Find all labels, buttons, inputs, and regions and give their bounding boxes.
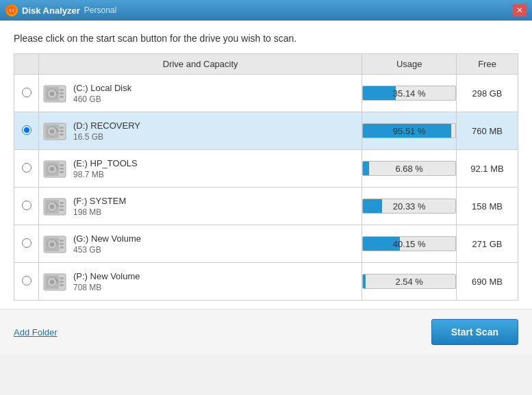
usage-label-p: 2.54 % bbox=[363, 275, 455, 289]
free-space-g: 271 GB bbox=[457, 225, 518, 263]
svg-rect-28 bbox=[60, 171, 64, 173]
svg-point-24 bbox=[51, 168, 53, 170]
svg-rect-18 bbox=[60, 130, 64, 132]
drive-table: Drive and Capacity Usage Free (C:) Local… bbox=[14, 53, 518, 301]
svg-rect-37 bbox=[60, 209, 64, 211]
start-scan-button[interactable]: Start Scan bbox=[431, 319, 518, 345]
svg-rect-36 bbox=[60, 205, 64, 207]
usage-label-e: 6.68 % bbox=[363, 162, 455, 176]
add-folder-button[interactable]: Add Folder bbox=[14, 327, 58, 337]
usage-cell-c: 35.14 % bbox=[362, 75, 457, 112]
drive-icon-c bbox=[42, 80, 68, 106]
col-header-drive: Drive and Capacity bbox=[39, 54, 362, 75]
svg-rect-55 bbox=[60, 284, 64, 286]
drive-name-g: (G:) New Volume bbox=[73, 233, 141, 244]
svg-rect-53 bbox=[60, 277, 64, 279]
table-row[interactable]: (C:) Local Disk460 GB35.14 %298 GB bbox=[14, 75, 518, 112]
drive-radio-d[interactable] bbox=[22, 125, 31, 135]
svg-point-42 bbox=[51, 244, 53, 245]
svg-point-33 bbox=[51, 206, 53, 207]
usage-cell-d: 95.51 % bbox=[362, 112, 457, 150]
table-row[interactable]: (F:) SYSTEM198 MB20.33 %158 MB bbox=[14, 188, 518, 225]
free-space-p: 690 MB bbox=[457, 263, 518, 301]
usage-label-g: 40.15 % bbox=[363, 237, 455, 251]
svg-rect-46 bbox=[60, 246, 64, 249]
svg-point-51 bbox=[51, 281, 53, 283]
app-title: Disk Analyzer bbox=[22, 5, 80, 16]
drive-size-g: 453 GB bbox=[73, 245, 141, 255]
usage-label-d: 95.51 % bbox=[363, 124, 455, 138]
drive-size-d: 16.5 GB bbox=[73, 132, 140, 142]
svg-rect-17 bbox=[60, 127, 64, 129]
drive-size-f: 198 MB bbox=[73, 207, 126, 217]
svg-point-6 bbox=[51, 93, 53, 94]
drive-icon-g bbox=[42, 231, 68, 257]
app-subtitle: Personal bbox=[84, 5, 116, 15]
drive-radio-g[interactable] bbox=[22, 238, 31, 248]
svg-rect-26 bbox=[60, 164, 64, 166]
app-icon bbox=[5, 4, 18, 16]
main-content: Please click on the start scan button fo… bbox=[0, 21, 532, 309]
footer: Add Folder Start Scan bbox=[0, 309, 532, 355]
free-space-e: 92.1 MB bbox=[457, 150, 518, 188]
table-row[interactable]: (G:) New Volume453 GB40.15 %271 GB bbox=[14, 225, 518, 263]
svg-rect-8 bbox=[60, 89, 64, 91]
drive-icon-f bbox=[42, 193, 68, 219]
svg-rect-44 bbox=[60, 240, 64, 242]
svg-rect-9 bbox=[60, 92, 64, 94]
drive-radio-f[interactable] bbox=[22, 201, 31, 210]
title-bar: Disk Analyzer Personal ✕ bbox=[0, 0, 532, 21]
usage-label-f: 20.33 % bbox=[363, 199, 455, 214]
col-header-usage: Usage bbox=[362, 54, 457, 75]
svg-rect-45 bbox=[60, 243, 64, 245]
table-row[interactable]: (E:) HP_TOOLS98.7 MB6.68 %92.1 MB bbox=[14, 150, 518, 188]
drive-name-d: (D:) RECOVERY bbox=[73, 120, 140, 131]
drive-radio-e[interactable] bbox=[22, 163, 31, 173]
drive-name-e: (E:) HP_TOOLS bbox=[73, 158, 138, 168]
svg-rect-19 bbox=[60, 133, 64, 136]
drive-size-c: 460 GB bbox=[73, 94, 131, 104]
usage-cell-f: 20.33 % bbox=[362, 188, 457, 225]
drive-name-p: (P:) New Volume bbox=[73, 271, 140, 281]
usage-cell-e: 6.68 % bbox=[362, 150, 457, 188]
col-header-free: Free bbox=[457, 54, 518, 75]
usage-cell-p: 2.54 % bbox=[362, 263, 457, 301]
drive-size-e: 98.7 MB bbox=[73, 170, 138, 179]
drive-name-c: (C:) Local Disk bbox=[73, 83, 131, 93]
instruction-text: Please click on the start scan button fo… bbox=[14, 33, 518, 44]
svg-rect-27 bbox=[60, 168, 64, 170]
usage-cell-g: 40.15 % bbox=[362, 225, 457, 263]
drive-name-f: (F:) SYSTEM bbox=[73, 196, 126, 206]
table-row[interactable]: (P:) New Volume708 MB2.54 %690 MB bbox=[14, 263, 518, 301]
table-row[interactable]: (D:) RECOVERY16.5 GB95.51 %760 MB bbox=[14, 112, 518, 150]
drive-radio-p[interactable] bbox=[22, 276, 31, 285]
drive-icon-e bbox=[42, 155, 68, 181]
drive-icon-p bbox=[42, 268, 68, 294]
drive-radio-c[interactable] bbox=[22, 88, 31, 97]
usage-label-c: 35.14 % bbox=[363, 86, 455, 101]
free-space-c: 298 GB bbox=[457, 75, 518, 112]
close-button[interactable]: ✕ bbox=[513, 4, 527, 16]
drive-icon-d bbox=[42, 118, 68, 144]
svg-rect-54 bbox=[60, 281, 64, 283]
svg-rect-35 bbox=[60, 202, 64, 204]
svg-point-15 bbox=[51, 131, 53, 132]
drive-size-p: 708 MB bbox=[73, 283, 140, 292]
free-space-f: 158 MB bbox=[457, 188, 518, 225]
svg-rect-10 bbox=[60, 96, 64, 98]
svg-point-1 bbox=[10, 9, 13, 12]
col-header-radio bbox=[14, 54, 39, 75]
free-space-d: 760 MB bbox=[457, 112, 518, 150]
